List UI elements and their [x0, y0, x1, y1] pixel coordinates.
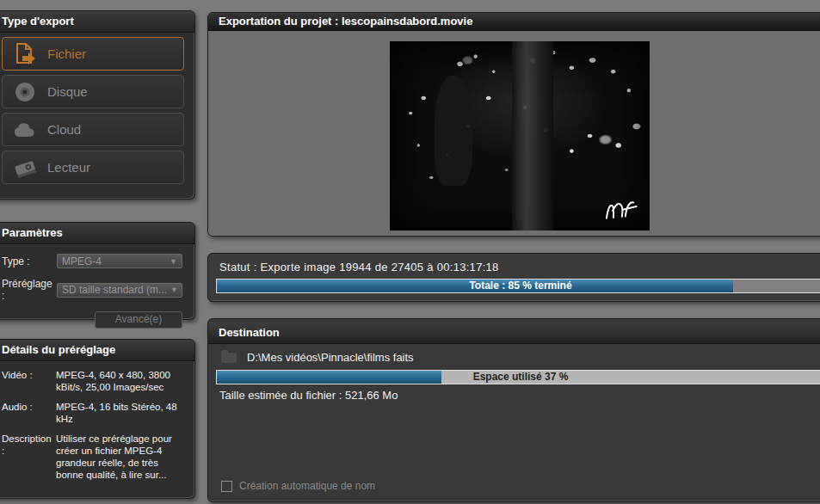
total-progress-label: Totale : 85 % terminé: [217, 280, 820, 292]
chevron-down-icon: ▼: [170, 257, 177, 266]
detail-row-video: Vidéo : MPEG-4, 640 x 480, 3800 kBit/s, …: [2, 369, 184, 393]
preview-panel: Exportation du projet : lescopainsdabord…: [207, 12, 820, 237]
destination-path: D:\Mes vidéos\Pinnacle\films faits: [247, 351, 414, 364]
watermark-logo-icon: [602, 198, 638, 222]
destination-path-row: D:\Mes vidéos\Pinnacle\films faits: [221, 351, 414, 364]
file-export-icon: [3, 42, 47, 66]
preset-details-title: Détails du préréglage: [0, 340, 194, 361]
preset-dropdown-value: SD taille standard (m...: [62, 284, 167, 296]
disk-space-bar: Espace utilisé 37 %: [216, 370, 820, 384]
type-dropdown-value: MPEG-4: [62, 255, 102, 267]
audio-label: Audio :: [2, 401, 56, 425]
auto-name-row: Création automatique de nom: [221, 480, 375, 492]
person-silhouette: [435, 76, 472, 186]
type-label: Type :: [2, 255, 57, 267]
export-type-label: Lecteur: [47, 160, 90, 175]
advanced-button[interactable]: Avancé(e): [95, 311, 182, 329]
preset-label: Préréglage :: [2, 278, 57, 302]
parameters-title: Paramètres: [0, 223, 194, 244]
player-icon: [3, 157, 47, 178]
export-type-disc-button[interactable]: Disque: [2, 75, 184, 108]
estimated-size-text: Taille estimée du fichier : 521,66 Mo: [219, 389, 398, 402]
auto-name-checkbox[interactable]: [221, 481, 232, 492]
auto-name-label: Création automatique de nom: [239, 480, 375, 492]
video-label: Vidéo :: [2, 369, 56, 393]
cloud-icon: [3, 121, 47, 138]
export-dialog: Type d'export Fichier Disque: [0, 0, 820, 504]
total-progress-bar: Totale : 85 % terminé: [216, 279, 820, 293]
preset-details-panel: Détails du préréglage Vidéo : MPEG-4, 64…: [0, 339, 195, 499]
description-label: Description :: [2, 433, 56, 481]
export-type-file-button[interactable]: Fichier: [2, 37, 184, 71]
export-type-panel: Type d'export Fichier Disque: [0, 10, 195, 200]
status-panel: Statut : Exporte image 19944 de 27405 à …: [207, 253, 820, 302]
export-type-label: Disque: [47, 84, 88, 99]
preview-title: Exportation du projet : lescopainsdabord…: [208, 13, 820, 31]
tree-trunk: [512, 41, 553, 230]
chevron-down-icon: ▼: [170, 286, 178, 294]
detail-row-description: Description : Utiliser ce préréglage pou…: [2, 433, 184, 481]
export-type-label: Fichier: [47, 46, 86, 61]
export-type-cloud-button[interactable]: Cloud: [2, 113, 184, 146]
disk-space-label: Espace utilisé 37 %: [217, 371, 820, 384]
description-value: Utiliser ce préréglage pour créer un fic…: [56, 433, 184, 481]
audio-value: MPEG-4, 16 bits Stéréo, 48 kHz: [56, 401, 184, 425]
destination-panel: Destination D:\Mes vidéos\Pinnacle\films…: [207, 318, 820, 502]
type-dropdown[interactable]: MPEG-4 ▼: [57, 254, 182, 268]
status-text: Statut : Exporte image 19944 de 27405 à …: [219, 261, 499, 274]
parameters-panel: Paramètres Type : MPEG-4 ▼ Préréglage : …: [0, 222, 195, 320]
destination-title: Destination: [208, 323, 820, 344]
preset-dropdown[interactable]: SD taille standard (m... ▼: [57, 283, 182, 298]
folder-icon[interactable]: [221, 353, 237, 363]
export-type-label: Cloud: [47, 122, 81, 137]
video-preview: [390, 41, 650, 230]
video-value: MPEG-4, 640 x 480, 3800 kBit/s, 25,00 Im…: [56, 369, 184, 393]
export-type-player-button[interactable]: Lecteur: [2, 151, 184, 184]
export-type-title: Type d'export: [0, 11, 194, 33]
detail-row-audio: Audio : MPEG-4, 16 bits Stéréo, 48 kHz: [2, 401, 184, 425]
disc-icon: [3, 81, 47, 103]
